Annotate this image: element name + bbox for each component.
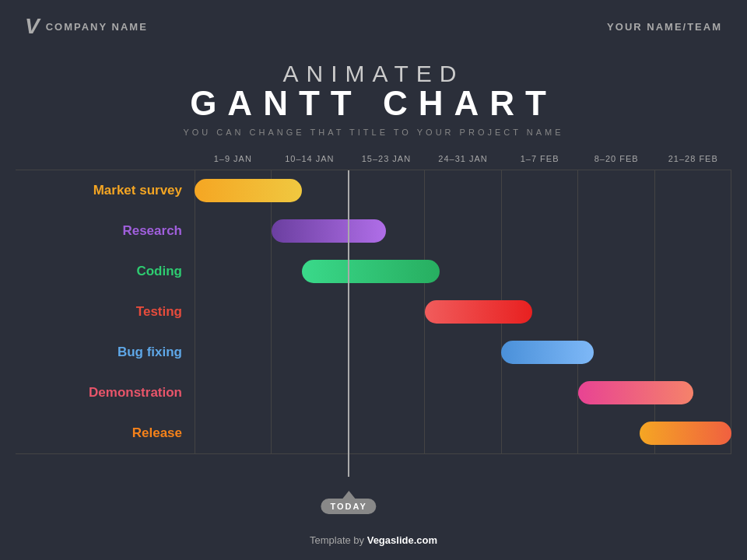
chart-row [195,170,731,211]
title-section: ANIMATED GANTT CHART YOU CAN CHANGE THAT… [183,61,563,137]
col-header: 1–7 FEB [501,154,578,170]
chart-row-label: Release [16,413,195,453]
title-animated: ANIMATED [183,61,563,87]
today-marker: TODAY [321,491,376,514]
chart-row-label: Testing [16,292,195,332]
chart-labels: Market surveyResearchCodingTestingBug fi… [16,170,195,453]
chart-row [195,292,731,332]
header: V COMPANY NAME YOUR NAME/TEAM [0,0,747,53]
logo-icon: V [25,14,38,39]
today-line: TODAY [348,170,349,477]
gantt-bar [272,219,387,243]
gantt-bar [640,422,731,445]
chart-row-label: Research [16,211,195,251]
your-name: YOUR NAME/TEAM [607,21,722,33]
footer-brand: Vegaslide.com [367,534,437,546]
chart-body: Market surveyResearchCodingTestingBug fi… [16,170,731,454]
gantt-bar [425,300,532,324]
title-subtitle: YOU CAN CHANGE THAT TITLE TO YOUR PROJEC… [183,128,563,137]
chart-row [195,332,731,373]
col-header: 24–31 JAN [425,154,502,170]
col-header: 8–20 FEB [578,154,655,170]
col-header: 10–14 JAN [272,154,349,170]
chart-row [195,373,731,413]
chart-row-label: Coding [16,251,195,292]
gantt-bar [302,260,440,283]
logo-area: V COMPANY NAME [25,14,148,39]
chart-grid: TODAY [195,170,731,453]
footer-text: Template by [310,534,367,546]
col-header: 1–9 JAN [195,154,272,170]
chart-row [195,251,731,292]
footer: Template by Vegaslide.com [0,534,747,546]
today-arrow-icon [342,491,355,499]
gantt-bar [501,341,593,364]
col-header: 15–23 JAN [348,154,425,170]
chart-row-label: Market survey [16,170,195,211]
gantt-bar [195,179,302,202]
chart-row-label: Bug fixing [16,332,195,373]
today-label: TODAY [321,499,376,514]
chart-header: 1–9 JAN10–14 JAN15–23 JAN24–31 JAN1–7 FE… [195,154,731,170]
gantt-bar [578,381,693,404]
title-gantt: GANTT CHART [183,84,563,123]
col-header: 21–28 FEB [654,154,731,170]
chart-row-label: Demonstration [16,373,195,413]
chart-row [195,413,731,453]
company-name: COMPANY NAME [46,21,148,33]
chart-row [195,211,731,251]
chart-wrapper: 1–9 JAN10–14 JAN15–23 JAN24–31 JAN1–7 FE… [16,154,731,454]
page: V COMPANY NAME YOUR NAME/TEAM ANIMATED G… [0,0,747,560]
